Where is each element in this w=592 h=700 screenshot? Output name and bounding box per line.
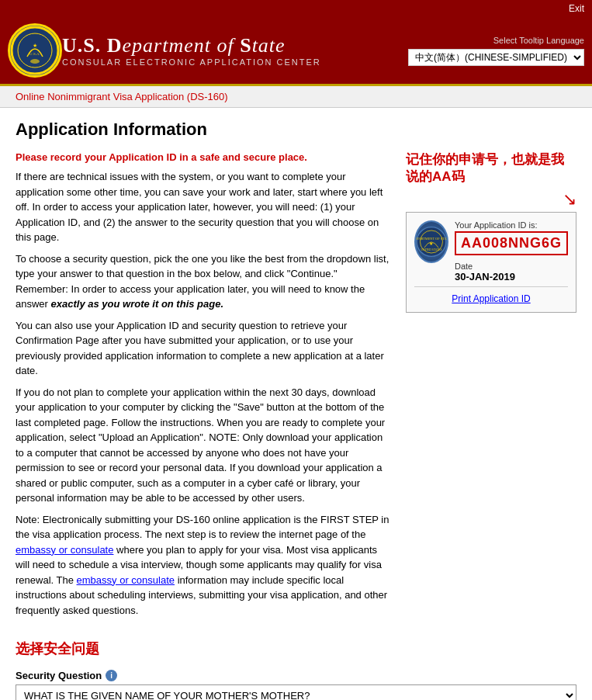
annotation-text: 记住你的申请号，也就是我说的AA码 <box>406 151 576 185</box>
header-title: U.S. Department of State CONSULAR ELECTR… <box>62 34 408 67</box>
security-question-group: Security Question i WHAT IS THE GIVEN NA… <box>16 670 576 700</box>
app-id-value: AA008NNG6G <box>461 235 562 251</box>
top-bar: Exit <box>0 0 592 17</box>
security-question-dropdown[interactable]: WHAT IS THE GIVEN NAME OF YOUR MOTHER'S … <box>16 684 576 700</box>
department-name: U.S. Department of State <box>62 34 408 57</box>
paragraph-1: If there are technical issues with the s… <box>16 169 390 245</box>
app-id-card: DEPARTMENT OF STATE ★ UNITED STATES Your… <box>406 212 576 313</box>
card-divider <box>414 286 568 287</box>
paragraph-2: To choose a security question, pick the … <box>16 251 390 312</box>
app-id-value-box: AA008NNG6G <box>455 231 568 255</box>
svg-text:★: ★ <box>33 43 37 49</box>
content-left: Please record your Application ID in a s… <box>16 151 390 624</box>
app-id-card-inner: DEPARTMENT OF STATE ★ UNITED STATES Your… <box>414 220 568 282</box>
page-title: Application Information <box>16 120 576 140</box>
svg-text:DEPARTMENT OF STATE: DEPARTMENT OF STATE <box>416 237 447 241</box>
app-id-label: Your Application ID is: <box>455 220 568 230</box>
svg-point-0 <box>12 27 58 74</box>
app-id-info: Your Application ID is: AA008NNG6G Date … <box>455 220 568 282</box>
app-id-date-label: Date <box>455 262 568 271</box>
us-seal-icon: ★ U.S.A. <box>8 23 62 78</box>
language-dropdown[interactable]: 中文(简体）(CHINESE-SIMPLIFIED) <box>408 49 584 66</box>
header-right: Select Tooltip Language 中文(简体）(CHINESE-S… <box>408 36 584 66</box>
paragraph-5: Note: Electronically submitting your DS-… <box>16 512 390 619</box>
content-row: Please record your Application ID in a s… <box>16 151 576 624</box>
exit-button[interactable]: Exit <box>569 3 584 14</box>
embassy-link-2[interactable]: embassy or consulate <box>77 574 175 586</box>
section-heading: 选择安全问题 <box>16 639 576 658</box>
language-selector[interactable]: 中文(简体）(CHINESE-SIMPLIFIED) <box>408 49 584 66</box>
para2-bold: exactly as you wrote it on this page. <box>51 298 224 310</box>
svg-text:U.S.A.: U.S.A. <box>29 52 40 56</box>
svg-point-4 <box>30 59 40 64</box>
para5-start: Note: Electronically submitting your DS-… <box>16 514 389 541</box>
app-id-date: 30-JAN-2019 <box>455 271 568 282</box>
breadcrumb-bar: Online Nonimmigrant Visa Application (DS… <box>0 86 592 108</box>
content-right: 记住你的申请号，也就是我说的AA码 ↘ DEPARTMENT OF STATE … <box>406 151 576 313</box>
security-question-label: Security Question i <box>16 670 576 681</box>
info-icon[interactable]: i <box>106 670 117 681</box>
paragraph-3: You can also use your Application ID and… <box>16 318 390 379</box>
tooltip-label: Select Tooltip Language <box>493 36 584 45</box>
svg-text:UNITED STATES: UNITED STATES <box>421 249 441 252</box>
print-application-id-link[interactable]: Print Application ID <box>414 293 568 304</box>
card-seal-icon: DEPARTMENT OF STATE ★ UNITED STATES <box>414 220 448 263</box>
header: ★ U.S.A. U.S. Department of State CONSUL… <box>0 17 592 86</box>
embassy-link-1[interactable]: embassy or consulate <box>16 544 113 556</box>
arrow-icon: ↘ <box>406 189 576 210</box>
important-notice: Please record your Application ID in a s… <box>16 151 390 163</box>
breadcrumb-link[interactable]: Online Nonimmigrant Visa Application (DS… <box>16 91 228 102</box>
sub-title: CONSULAR ELECTRONIC APPLICATION CENTER <box>62 57 408 67</box>
main-content: Application Information Please record yo… <box>0 108 592 700</box>
sq-label-text: Security Question <box>16 670 102 681</box>
paragraph-4: If you do not plan to complete your appl… <box>16 385 390 506</box>
